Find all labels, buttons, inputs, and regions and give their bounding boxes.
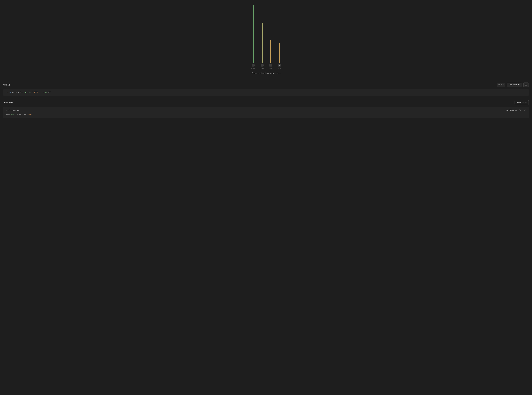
find-close: ): [31, 114, 32, 116]
run-tests-button[interactable]: Run Tests ↻: [507, 82, 522, 87]
case-number-1: 1: [6, 109, 7, 111]
globals-actions: ctrl + ↵ Run Tests ↻: [497, 82, 529, 87]
bar-group-3: 3 28%: [269, 40, 272, 69]
test-cases-title: Test Cases: [3, 101, 13, 104]
case-name-1: Find item 100: [8, 109, 19, 111]
copy-button-1[interactable]: [518, 109, 521, 112]
bar-pct-3: 28%: [269, 68, 272, 69]
bar-group-1: 1 100%: [251, 5, 255, 69]
refresh-icon: ↻: [518, 84, 520, 86]
paren-close: ).: [39, 91, 42, 93]
chart-section: 1 100% 2 69% 3 28% 4 24% Finding numbers…: [0, 0, 532, 76]
globals-section: Globals ctrl + ↵ Run Tests ↻ const data: [0, 80, 532, 98]
bar-3: [270, 40, 271, 63]
bar-pct-4: 24%: [278, 68, 281, 69]
bar-chart: 1 100% 2 69% 3 28% 4 24%: [251, 3, 281, 69]
bar-4: [279, 43, 280, 63]
bar-label-1: 1: [252, 64, 255, 66]
test-case-1-meta: 24,740 ops/s: [506, 109, 526, 112]
test-case-1-header: 1 Find item 100 24,740 ops/s: [6, 109, 526, 112]
globals-code-block[interactable]: const data = [... Array ( 1000 ). keys (…: [3, 89, 529, 96]
keys-method: keys: [43, 91, 47, 93]
bar-1: [253, 5, 254, 63]
add-case-label: Add Case: [517, 101, 525, 103]
svg-rect-2: [526, 85, 527, 85]
find-method: find: [11, 114, 16, 116]
bar-group-2: 2 69%: [261, 23, 264, 69]
var-name: data: [12, 91, 17, 93]
equals: = [...: [18, 91, 24, 93]
bar-pct-2: 69%: [261, 68, 264, 69]
find-value: 100: [27, 114, 31, 116]
bar-pct-1: 100%: [251, 68, 255, 69]
bar-2: [262, 23, 263, 63]
keys-parens: ()]: [48, 91, 51, 93]
add-case-button[interactable]: Add Case +: [515, 100, 529, 105]
globals-title: Globals: [3, 84, 10, 86]
paren-open: (: [32, 91, 33, 93]
test-case-1-code[interactable]: data.find(x => x == 100): [6, 114, 526, 116]
test-cases-header: Test Cases Add Case +: [3, 100, 529, 105]
chart-title: Finding numbers in an array of 1000: [252, 72, 281, 74]
save-icon: [525, 83, 527, 86]
array-size: 1000: [34, 91, 38, 93]
bar-label-3: 3: [269, 64, 272, 66]
array-constructor: Array: [25, 91, 31, 93]
keyboard-shortcut: ctrl + ↵: [497, 83, 505, 87]
svg-rect-1: [526, 84, 527, 84]
bar-label-2: 2: [261, 64, 264, 66]
save-button[interactable]: [523, 82, 529, 87]
globals-header: Globals ctrl + ↵ Run Tests ↻: [3, 82, 529, 87]
run-tests-label: Run Tests: [509, 84, 517, 86]
ops-value-1: 24,740 ops/s: [506, 109, 517, 111]
test-case-item-1: 1 Find item 100 24,740 ops/s: [3, 107, 529, 118]
plus-icon: +: [525, 101, 527, 104]
delete-button-1[interactable]: [523, 109, 526, 112]
data-obj: data.: [6, 114, 11, 116]
bar-label-4: 4: [278, 64, 281, 66]
find-args: (x => x ==: [16, 114, 27, 116]
svg-rect-4: [519, 109, 520, 111]
const-keyword: const: [6, 91, 11, 93]
test-case-1-num-title: 1 Find item 100: [6, 109, 19, 111]
test-cases-section: Test Cases Add Case + 1 Find item 100 24…: [0, 98, 532, 118]
bar-group-4: 4 24%: [278, 43, 281, 69]
